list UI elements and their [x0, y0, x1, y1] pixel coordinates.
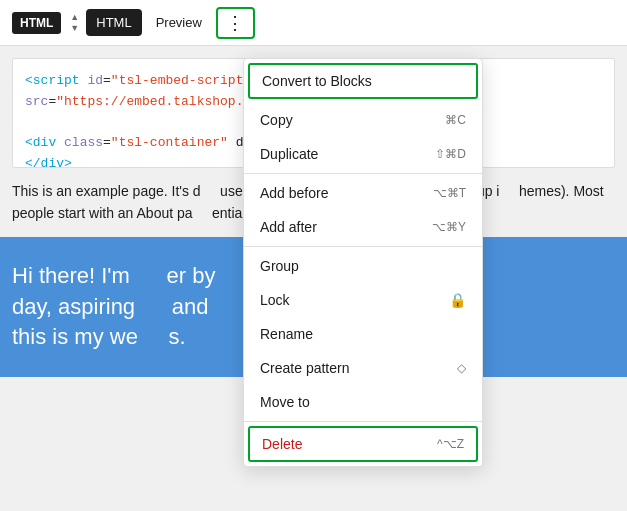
- divider-3: [244, 421, 482, 422]
- add-after-shortcut: ⌥⌘Y: [432, 220, 466, 234]
- add-before-shortcut: ⌥⌘T: [433, 186, 466, 200]
- delete-item[interactable]: Delete ^⌥Z: [248, 426, 478, 462]
- html-label: HTML: [12, 12, 61, 34]
- rename-label: Rename: [260, 326, 313, 342]
- options-button[interactable]: ⋮: [216, 7, 255, 39]
- copy-label: Copy: [260, 112, 293, 128]
- preview-button[interactable]: Preview: [146, 9, 212, 36]
- arrow-up-btn[interactable]: ▲: [67, 12, 82, 23]
- duplicate-item[interactable]: Duplicate ⇧⌘D: [244, 137, 482, 171]
- lock-label: Lock: [260, 292, 290, 308]
- toolbar: HTML ▲ ▼ HTML Preview ⋮: [0, 0, 627, 46]
- dots-icon: ⋮: [226, 14, 245, 32]
- html-button[interactable]: HTML: [86, 9, 141, 36]
- add-before-item[interactable]: Add before ⌥⌘T: [244, 176, 482, 210]
- move-to-label: Move to: [260, 394, 310, 410]
- lock-icon: 🔒: [449, 292, 466, 308]
- rename-item[interactable]: Rename: [244, 317, 482, 351]
- delete-shortcut: ^⌥Z: [437, 437, 464, 451]
- group-label: Group: [260, 258, 299, 274]
- move-to-item[interactable]: Move to: [244, 385, 482, 419]
- create-pattern-label: Create pattern: [260, 360, 350, 376]
- arrow-down-btn[interactable]: ▼: [67, 23, 82, 34]
- add-after-label: Add after: [260, 219, 317, 235]
- copy-item[interactable]: Copy ⌘C: [244, 103, 482, 137]
- context-menu: Convert to Blocks Copy ⌘C Duplicate ⇧⌘D …: [243, 58, 483, 467]
- blue-section-text: Hi there! I'm er byday, aspiring andthis…: [12, 263, 215, 350]
- convert-to-blocks-item[interactable]: Convert to Blocks: [248, 63, 478, 99]
- duplicate-shortcut: ⇧⌘D: [435, 147, 466, 161]
- copy-shortcut: ⌘C: [445, 113, 466, 127]
- create-pattern-item[interactable]: Create pattern ◇: [244, 351, 482, 385]
- divider-1: [244, 173, 482, 174]
- group-item[interactable]: Group: [244, 249, 482, 283]
- delete-label: Delete: [262, 436, 302, 452]
- convert-to-blocks-label: Convert to Blocks: [262, 73, 372, 89]
- divider-2: [244, 246, 482, 247]
- lock-item[interactable]: Lock 🔒: [244, 283, 482, 317]
- add-after-item[interactable]: Add after ⌥⌘Y: [244, 210, 482, 244]
- duplicate-label: Duplicate: [260, 146, 318, 162]
- add-before-label: Add before: [260, 185, 329, 201]
- toolbar-arrows: ▲ ▼: [67, 12, 82, 34]
- create-pattern-icon: ◇: [457, 361, 466, 375]
